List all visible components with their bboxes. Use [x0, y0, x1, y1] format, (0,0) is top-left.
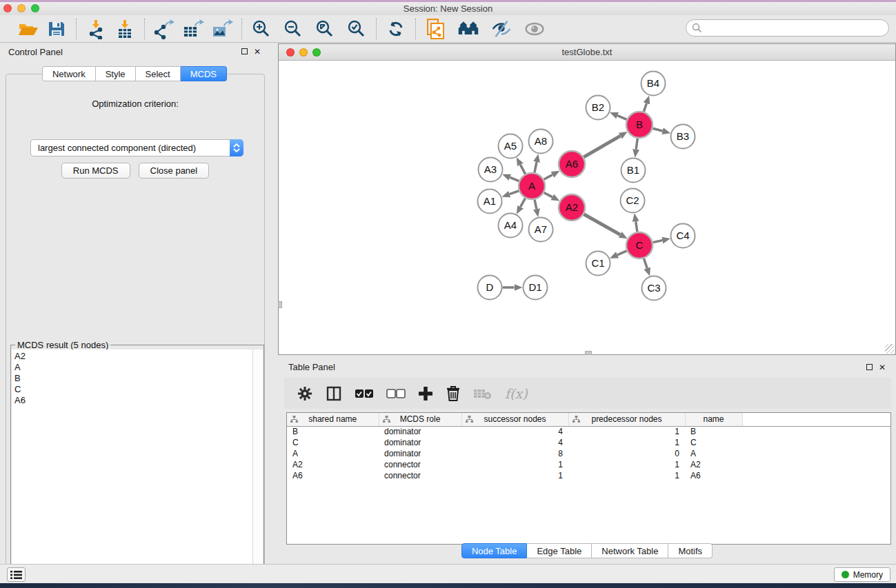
graph-edge-B-B4[interactable]: [644, 103, 646, 112]
column-header-shared-name[interactable]: shared name: [287, 413, 379, 426]
close-table-panel-icon[interactable]: ✕: [879, 363, 886, 372]
graph-node-A1[interactable]: A1: [478, 190, 502, 214]
graph-node-A4[interactable]: A4: [499, 214, 523, 238]
graph-edge-A-A1[interactable]: [510, 191, 519, 194]
graph-edge-C-C1[interactable]: [617, 251, 627, 255]
horizontal-scrollbar-stub[interactable]: [585, 351, 592, 355]
graph-edge-A6-B[interactable]: [584, 136, 620, 157]
save-session-icon[interactable]: [46, 18, 68, 40]
graph-node-A6[interactable]: A6: [559, 151, 585, 177]
add-icon[interactable]: [418, 386, 433, 401]
float-table-panel-icon[interactable]: [866, 363, 873, 372]
tab-mcds[interactable]: MCDS: [181, 66, 227, 81]
graph-node-C[interactable]: C: [626, 232, 653, 258]
open-file-icon[interactable]: [17, 18, 39, 40]
zoom-fit-icon[interactable]: [314, 18, 336, 40]
graph-edge-A-A8[interactable]: [535, 162, 537, 172]
close-panel-icon[interactable]: ✕: [254, 48, 261, 56]
import-network-icon[interactable]: [85, 18, 107, 40]
resize-grip[interactable]: [885, 344, 895, 354]
show-all-icon[interactable]: [524, 18, 546, 40]
export-image-icon[interactable]: [211, 18, 233, 40]
graph-node-C1[interactable]: C1: [586, 252, 610, 276]
zoom-out-icon[interactable]: [282, 18, 304, 40]
zoom-selected-icon[interactable]: [346, 18, 368, 40]
run-mcds-button[interactable]: Run MCDS: [61, 163, 130, 179]
delete-icon[interactable]: [446, 385, 461, 402]
close-network-window-button[interactable]: [286, 48, 295, 57]
tab-network[interactable]: Network: [42, 66, 96, 81]
graph-node-A8[interactable]: A8: [529, 130, 553, 154]
vertical-scrollbar-stub[interactable]: [278, 301, 282, 308]
hide-selected-icon[interactable]: [490, 18, 512, 40]
table-row[interactable]: A6connector11A6: [287, 470, 890, 481]
columns-icon[interactable]: [326, 385, 342, 402]
column-header-successor-nodes[interactable]: successor nodes: [461, 413, 568, 426]
delete-table-icon[interactable]: [473, 387, 492, 400]
tab-select[interactable]: Select: [136, 66, 181, 81]
graph-node-B1[interactable]: B1: [621, 159, 646, 183]
mcds-result-item[interactable]: A2: [14, 351, 252, 362]
graph-edge-A-A2[interactable]: [544, 192, 552, 196]
graph-node-A5[interactable]: A5: [499, 134, 523, 159]
tab-style[interactable]: Style: [96, 66, 136, 81]
tab-edge-table[interactable]: Edge Table: [527, 543, 592, 558]
search-field[interactable]: [686, 19, 889, 37]
export-table-icon[interactable]: [182, 18, 204, 40]
graph-node-A3[interactable]: A3: [479, 158, 503, 182]
graph-edge-A-A6[interactable]: [544, 174, 552, 179]
graph-node-B3[interactable]: B3: [671, 125, 695, 149]
graph-edge-C-C2[interactable]: [636, 221, 637, 232]
zoom-window-button[interactable]: [31, 4, 39, 12]
search-input[interactable]: [706, 23, 888, 33]
close-panel-button[interactable]: Close panel: [139, 163, 210, 179]
memory-button[interactable]: Memory: [834, 567, 890, 582]
mcds-result-item[interactable]: C: [14, 384, 252, 395]
deselect-all-checks-icon[interactable]: [386, 389, 406, 398]
graph-edge-A-A7[interactable]: [535, 200, 537, 210]
minimize-network-window-button[interactable]: [299, 48, 308, 57]
graph-node-C3[interactable]: C3: [642, 276, 666, 301]
table-row[interactable]: Cdominator41C: [287, 437, 890, 448]
graph-node-A[interactable]: A: [519, 173, 545, 199]
graph-node-D1[interactable]: D1: [524, 276, 548, 300]
graph-edge-A2-C[interactable]: [584, 214, 620, 235]
graph-edge-C-C3[interactable]: [644, 258, 647, 268]
graph-edge-A-A3[interactable]: [510, 177, 519, 181]
network-window-titlebar[interactable]: testGlobe.txt: [279, 44, 895, 61]
export-network-icon[interactable]: [153, 18, 175, 40]
graph-edge-A-A4[interactable]: [521, 199, 526, 207]
float-panel-icon[interactable]: [241, 48, 248, 56]
minimize-window-button[interactable]: [17, 4, 26, 12]
graph-node-B2[interactable]: B2: [586, 96, 610, 120]
import-table-icon[interactable]: [114, 18, 136, 40]
mcds-result-item[interactable]: A6: [14, 395, 252, 406]
first-neighbors-icon[interactable]: [457, 18, 479, 40]
function-builder-icon[interactable]: f(x): [505, 386, 528, 401]
graph-edge-B-B1[interactable]: [636, 139, 637, 150]
graph-edge-B-B3[interactable]: [653, 128, 662, 131]
settings-icon[interactable]: [297, 385, 313, 402]
graph-edge-B-B2[interactable]: [617, 116, 626, 120]
graph-node-C2[interactable]: C2: [621, 189, 645, 213]
network-canvas[interactable]: B4B2BB3B1A5A8A6A3AA1C2A2A4A7C4CC1C3DD1: [279, 61, 895, 354]
close-window-button[interactable]: [3, 4, 12, 12]
graph-node-C4[interactable]: C4: [671, 224, 695, 248]
tab-node-table[interactable]: Node Table: [461, 543, 528, 558]
mcds-result-item[interactable]: B: [14, 373, 252, 384]
table-row[interactable]: Adominator80A: [287, 448, 890, 459]
new-network-from-selection-icon[interactable]: [424, 18, 446, 40]
node-table[interactable]: shared nameMCDS rolesuccessor nodesprede…: [286, 412, 891, 545]
task-history-button[interactable]: [7, 567, 26, 582]
tab-network-table[interactable]: Network Table: [592, 543, 668, 558]
graph-edge-A-A5[interactable]: [520, 165, 525, 174]
graph-node-B4[interactable]: B4: [641, 72, 666, 96]
optimization-criterion-dropdown[interactable]: largest connected component (directed): [30, 139, 243, 156]
graph-node-D[interactable]: D: [478, 276, 502, 300]
mcds-result-scrollbar[interactable]: [252, 349, 263, 582]
column-header-name[interactable]: name: [685, 413, 742, 426]
mcds-result-item[interactable]: A: [14, 362, 252, 373]
zoom-in-icon[interactable]: [250, 18, 272, 40]
column-header-predecessor-nodes[interactable]: predecessor nodes: [568, 413, 685, 426]
column-header-MCDS-role[interactable]: MCDS role: [379, 413, 461, 426]
